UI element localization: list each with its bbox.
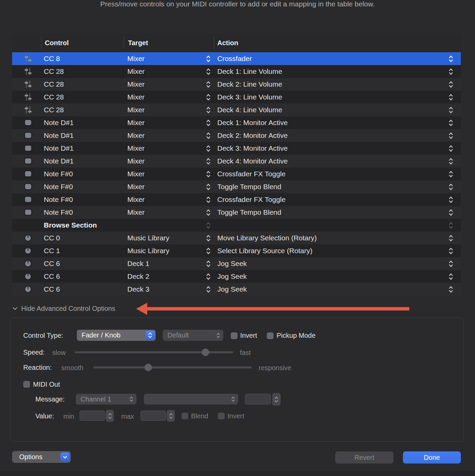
table-row[interactable]: Note F#0MixerToggle Tempo Blend [12, 180, 461, 193]
action-popup-chevrons-icon[interactable] [441, 273, 461, 280]
action-popup-chevrons-icon[interactable] [441, 260, 461, 268]
table-row[interactable]: Note D#1MixerDeck 4: Monitor Active [12, 155, 461, 168]
target-popup-chevrons-icon[interactable] [202, 260, 214, 268]
target-popup[interactable]: Mixer [127, 67, 202, 76]
action-popup-chevrons-icon[interactable] [441, 81, 461, 88]
action-popup[interactable]: Deck 1: Monitor Active [214, 119, 441, 127]
table-row[interactable]: Note D#1MixerDeck 2: Monitor Active [12, 129, 461, 142]
action-popup[interactable]: Jog Seek [214, 285, 441, 293]
table-row[interactable]: CC 28MixerDeck 2: Line Volume [12, 78, 461, 91]
target-popup[interactable]: Mixer [127, 80, 202, 88]
table-row[interactable]: Note F#0MixerToggle Tempo Blend [12, 206, 461, 219]
action-popup[interactable]: Move Library Selection (Rotary) [214, 234, 441, 242]
action-popup[interactable]: Deck 3: Monitor Active [214, 144, 441, 152]
target-popup[interactable]: Mixer [127, 170, 202, 178]
table-row[interactable]: Note D#1MixerDeck 1: Monitor Active [12, 116, 461, 129]
target-popup[interactable]: Mixer [127, 93, 202, 101]
column-header-action[interactable]: Action [214, 39, 461, 47]
action-popup[interactable]: Toggle Tempo Blend [214, 208, 441, 216]
action-popup[interactable]: Deck 3: Line Volume [214, 93, 441, 101]
table-row[interactable]: Note F#0MixerCrossfader FX Toggle [12, 168, 461, 180]
message-channel-popup[interactable]: Channel 1 [76, 394, 136, 405]
hide-advanced-options-toggle[interactable]: Hide Advanced Control Options [21, 305, 115, 313]
table-row[interactable]: CC 28MixerDeck 1: Line Volume [12, 65, 461, 78]
action-popup-chevrons-icon[interactable] [441, 196, 461, 204]
message-type-popup[interactable] [144, 394, 238, 405]
target-popup[interactable]: Mixer [127, 131, 202, 140]
action-popup-chevrons-icon[interactable] [441, 234, 461, 242]
action-popup[interactable]: Deck 4: Monitor Active [214, 157, 441, 165]
control-variant-popup[interactable]: Default [163, 330, 223, 341]
target-popup-chevrons-icon[interactable] [202, 170, 214, 178]
action-popup-chevrons-icon[interactable] [441, 247, 461, 255]
action-popup[interactable]: Select Library Source (Rotary) [214, 247, 441, 255]
table-section-row[interactable]: Browse Section [12, 219, 461, 232]
action-popup-chevrons-icon[interactable] [441, 209, 461, 216]
control-type-popup[interactable]: Fader / Knob [77, 330, 156, 341]
action-popup-chevrons-icon[interactable] [441, 145, 461, 152]
action-popup-chevrons-icon[interactable] [441, 132, 461, 140]
target-popup-chevrons-icon[interactable] [202, 68, 214, 76]
value-min-field[interactable] [80, 411, 105, 421]
table-row[interactable]: Note F#0MixerCrossfader FX Toggle [12, 193, 461, 206]
reaction-slider-thumb[interactable] [145, 364, 152, 371]
midi-out-checkbox[interactable] [23, 381, 30, 388]
target-popup[interactable]: Mixer [127, 119, 202, 127]
action-popup[interactable]: Crossfader [214, 55, 441, 63]
action-popup[interactable]: Deck 4: Line Volume [214, 106, 441, 114]
action-popup[interactable]: Deck 2: Monitor Active [214, 131, 441, 140]
target-popup-chevrons-icon[interactable] [202, 247, 214, 255]
action-popup-chevrons-icon[interactable] [441, 55, 461, 63]
table-row[interactable]: CC 6Deck 1Jog Seek [12, 257, 461, 270]
speed-slider-thumb[interactable] [202, 349, 209, 356]
target-popup-chevrons-icon[interactable] [202, 221, 214, 229]
revert-button[interactable]: Revert [335, 451, 393, 464]
action-popup[interactable]: Deck 2: Line Volume [214, 80, 441, 88]
action-popup[interactable]: Jog Seek [214, 272, 441, 280]
target-popup[interactable]: Mixer [127, 157, 202, 165]
action-popup-chevrons-icon[interactable] [441, 106, 461, 114]
invert-checkbox[interactable] [231, 332, 238, 339]
target-popup-chevrons-icon[interactable] [202, 93, 214, 101]
action-popup-chevrons-icon[interactable] [441, 170, 461, 178]
action-popup-chevrons-icon[interactable] [441, 183, 461, 191]
action-popup-chevrons-icon[interactable] [441, 93, 461, 101]
speed-slider[interactable] [75, 351, 233, 353]
target-popup-chevrons-icon[interactable] [202, 183, 214, 191]
target-popup[interactable]: Deck 2 [127, 272, 202, 280]
target-popup[interactable]: Music Library [127, 234, 202, 242]
target-popup-chevrons-icon[interactable] [202, 286, 214, 293]
table-row[interactable]: CC 1Music LibrarySelect Library Source (… [12, 244, 461, 257]
action-popup-chevrons-icon[interactable] [441, 157, 461, 165]
target-popup-chevrons-icon[interactable] [202, 55, 214, 63]
target-popup-chevrons-icon[interactable] [202, 234, 214, 242]
target-popup[interactable]: Deck 3 [127, 285, 202, 293]
target-popup-chevrons-icon[interactable] [202, 132, 214, 140]
target-popup[interactable]: Mixer [127, 106, 202, 114]
blend-checkbox[interactable] [182, 413, 188, 419]
table-row[interactable]: Note D#1MixerDeck 3: Monitor Active [12, 142, 461, 155]
target-popup-chevrons-icon[interactable] [202, 209, 214, 216]
target-popup-chevrons-icon[interactable] [202, 273, 214, 280]
action-popup[interactable]: Deck 1: Line Volume [214, 67, 441, 76]
message-number-field[interactable] [245, 394, 271, 405]
options-button[interactable]: Options [12, 451, 71, 463]
target-popup-chevrons-icon[interactable] [202, 157, 214, 165]
action-popup[interactable]: Jog Seek [214, 260, 441, 268]
target-popup[interactable]: Deck 1 [127, 260, 202, 268]
target-popup-chevrons-icon[interactable] [202, 196, 214, 204]
action-popup[interactable]: Toggle Tempo Blend [214, 183, 441, 191]
target-popup[interactable]: Mixer [127, 208, 202, 216]
target-popup-chevrons-icon[interactable] [202, 145, 214, 152]
target-popup-chevrons-icon[interactable] [202, 119, 214, 127]
pickup-mode-checkbox[interactable] [267, 332, 274, 339]
reaction-slider[interactable] [93, 366, 252, 368]
target-popup[interactable]: Mixer [127, 196, 202, 204]
done-button[interactable]: Done [403, 451, 461, 464]
table-row[interactable]: CC 0Music LibraryMove Library Selection … [12, 232, 461, 244]
action-popup-chevrons-icon[interactable] [441, 221, 461, 229]
target-popup[interactable]: Mixer [127, 55, 202, 63]
table-row[interactable]: CC 28MixerDeck 4: Line Volume [12, 103, 461, 116]
target-popup-chevrons-icon[interactable] [202, 81, 214, 88]
action-popup-chevrons-icon[interactable] [441, 68, 461, 76]
